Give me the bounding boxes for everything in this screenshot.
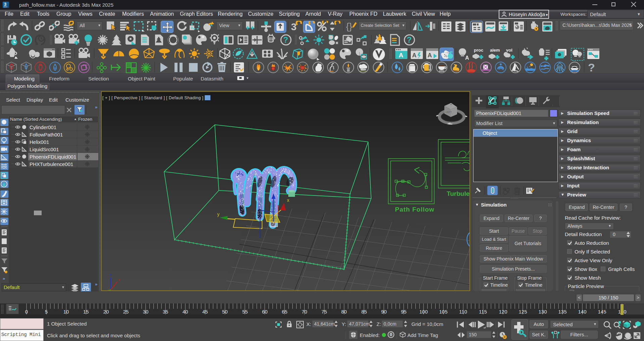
svg-text:proc: proc xyxy=(474,48,483,53)
svg-text:x: x xyxy=(287,197,289,203)
svg-text:A: A xyxy=(428,52,432,59)
svg-text:vol: vol xyxy=(506,48,512,53)
svg-text:?: ? xyxy=(407,35,412,44)
svg-text:?: ? xyxy=(283,35,288,44)
svg-text:A: A xyxy=(412,52,416,59)
svg-text:x: x xyxy=(118,278,120,282)
svg-text:A: A xyxy=(465,55,469,60)
svg-text:A: A xyxy=(399,52,403,59)
svg-text:alem: alem xyxy=(490,48,500,53)
svg-text:Turbule: Turbule xyxy=(447,190,469,197)
svg-text:{}: {} xyxy=(346,21,352,32)
svg-text:Path Follow: Path Follow xyxy=(395,206,435,213)
svg-text:y: y xyxy=(217,212,219,217)
svg-text:LEFT: LEFT xyxy=(446,111,452,114)
svg-text:z: z xyxy=(110,273,112,277)
